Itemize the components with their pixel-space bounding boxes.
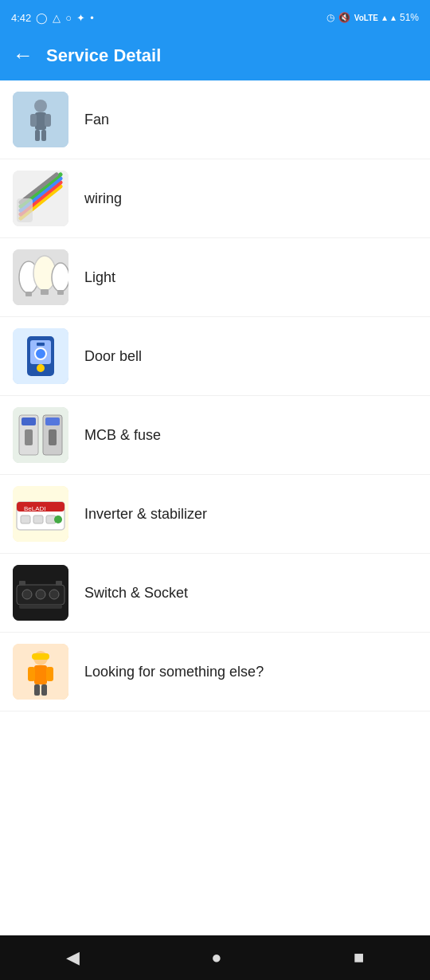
svg-rect-52 xyxy=(32,653,49,660)
svg-rect-13 xyxy=(17,198,33,222)
list-item-doorbell[interactable]: Door bell xyxy=(0,317,430,396)
alarm-icon: ◷ xyxy=(326,12,334,23)
battery-icon: 51% xyxy=(400,12,419,23)
svg-point-45 xyxy=(36,590,45,599)
nav-home-button[interactable]: ● xyxy=(211,947,221,968)
fan-label: Fan xyxy=(84,112,109,128)
whatsapp-icon: ◯ xyxy=(36,12,48,24)
svg-rect-20 xyxy=(57,290,64,295)
svg-rect-49 xyxy=(56,581,62,586)
svg-point-41 xyxy=(54,515,62,523)
svg-point-1 xyxy=(34,100,47,112)
svg-rect-56 xyxy=(34,684,40,696)
inverter-label: Inverter & stabilizer xyxy=(84,506,207,523)
app-header: ← Service Detail xyxy=(0,35,430,80)
doorbell-image xyxy=(13,328,68,384)
svg-rect-29 xyxy=(22,417,36,425)
svg-point-44 xyxy=(22,590,32,599)
svg-rect-57 xyxy=(41,684,47,696)
service-list: Fan wiring Light Door bell xyxy=(0,80,430,935)
list-item-fan[interactable]: Fan xyxy=(0,80,430,159)
svg-rect-16 xyxy=(25,292,32,296)
svg-point-46 xyxy=(49,590,59,599)
svg-rect-3 xyxy=(30,114,37,127)
mcb-label: MCB & fuse xyxy=(84,427,161,444)
inverter-image: BeLADI xyxy=(13,486,68,542)
wiring-label: wiring xyxy=(84,190,122,207)
doorbell-label: Door bell xyxy=(84,348,142,365)
svg-rect-33 xyxy=(49,429,57,445)
list-item-mcb[interactable]: MCB & fuse xyxy=(0,396,430,475)
svg-rect-48 xyxy=(19,581,25,586)
svg-text:BeLADI: BeLADI xyxy=(24,505,46,512)
svg-rect-25 xyxy=(37,343,45,346)
other-image xyxy=(13,644,68,700)
svg-rect-38 xyxy=(21,515,30,523)
wiring-image xyxy=(13,171,68,226)
signal-icon: ▴ xyxy=(391,12,396,23)
svg-rect-2 xyxy=(35,112,46,130)
nav-back-button[interactable]: ◀ xyxy=(66,947,80,968)
svg-rect-47 xyxy=(19,605,62,609)
list-item-wiring[interactable]: wiring xyxy=(0,159,430,238)
page-title: Service Detail xyxy=(46,45,161,66)
light-image xyxy=(13,249,68,305)
svg-point-24 xyxy=(37,364,45,372)
svg-rect-30 xyxy=(25,429,33,445)
svg-rect-18 xyxy=(41,289,49,295)
svg-rect-53 xyxy=(34,665,47,684)
list-item-light[interactable]: Light xyxy=(0,238,430,317)
svg-rect-5 xyxy=(35,130,40,141)
back-button[interactable]: ← xyxy=(13,43,33,68)
time-display: 4:42 xyxy=(11,12,31,24)
wifi-icon: ▴ xyxy=(382,12,387,23)
svg-point-26 xyxy=(35,348,46,359)
svg-rect-39 xyxy=(33,515,43,523)
mcb-image xyxy=(13,407,68,463)
vibrate-icon: 🔇 xyxy=(338,12,350,23)
misc-icon: ✦ xyxy=(76,12,85,24)
light-label: Light xyxy=(84,269,115,286)
svg-rect-6 xyxy=(41,130,46,141)
status-right: ◷ 🔇 VoLTE ▴ ▴ 51% xyxy=(326,12,419,23)
fan-image xyxy=(13,92,68,147)
svg-rect-54 xyxy=(28,667,35,681)
nav-bar: ◀ ● ■ xyxy=(0,935,430,980)
list-item-switch[interactable]: Switch & Socket xyxy=(0,554,430,633)
svg-rect-4 xyxy=(45,114,51,127)
other-label: Looking for something else? xyxy=(84,664,264,680)
switch-image xyxy=(13,565,68,621)
instagram-icon: ○ xyxy=(65,12,72,24)
svg-point-19 xyxy=(52,263,68,292)
bolt-icon: △ xyxy=(53,12,61,24)
switch-label: Switch & Socket xyxy=(84,585,188,602)
nav-recents-button[interactable]: ■ xyxy=(354,947,364,968)
dot-icon: • xyxy=(90,12,94,24)
svg-rect-55 xyxy=(46,667,53,681)
svg-rect-32 xyxy=(45,417,60,425)
status-left: 4:42 ◯ △ ○ ✦ • xyxy=(11,12,94,24)
lte-icon: VoLTE xyxy=(354,14,378,22)
list-item-other[interactable]: Looking for something else? xyxy=(0,633,430,711)
list-item-inverter[interactable]: BeLADI Inverter & stabilizer xyxy=(0,475,430,554)
status-bar: 4:42 ◯ △ ○ ✦ • ◷ 🔇 VoLTE ▴ ▴ 51% xyxy=(0,0,430,35)
